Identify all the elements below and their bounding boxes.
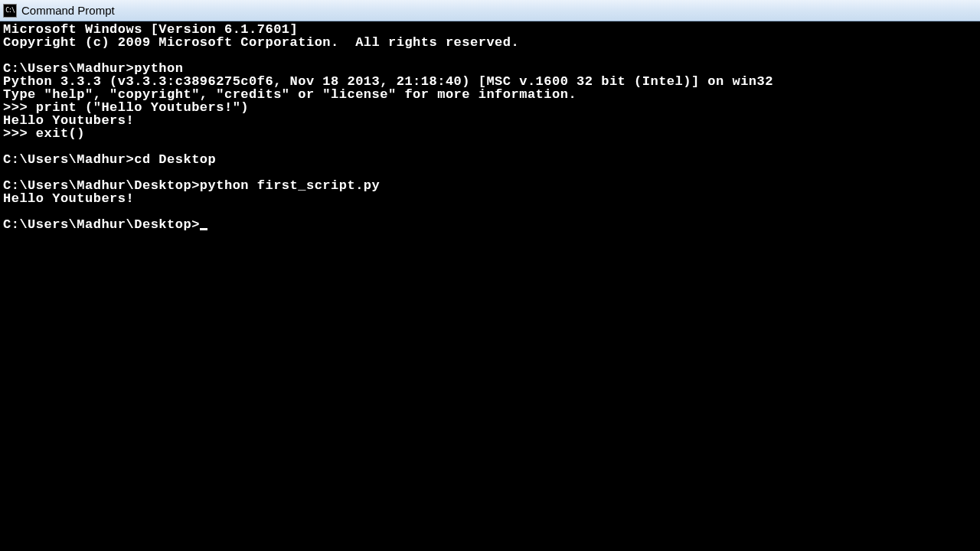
window-title: Command Prompt <box>21 4 115 17</box>
terminal-line: C:\Users\Madhur\Desktop> <box>3 217 200 232</box>
window-titlebar[interactable]: C:\ Command Prompt <box>0 0 980 21</box>
cursor <box>200 228 207 230</box>
terminal-line: Copyright (c) 2009 Microsoft Corporation… <box>3 35 519 50</box>
cmd-icon-label: C:\ <box>5 7 14 14</box>
terminal-line: >>> exit() <box>3 126 85 141</box>
terminal-line: Hello Youtubers! <box>3 191 134 206</box>
cmd-icon: C:\ <box>3 4 17 18</box>
terminal-line: C:\Users\Madhur>cd Desktop <box>3 152 216 167</box>
terminal-output[interactable]: Microsoft Windows [Version 6.1.7601] Cop… <box>0 21 980 551</box>
